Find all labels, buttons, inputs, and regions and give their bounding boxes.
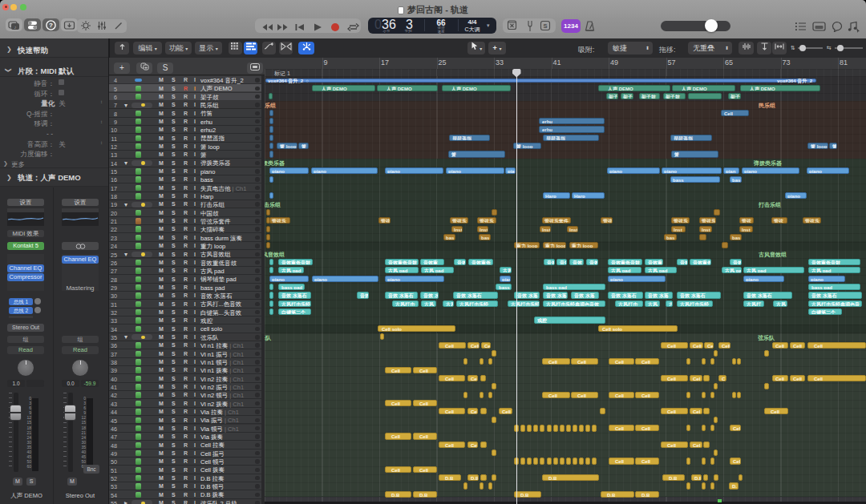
svg-text:S: S — [543, 22, 547, 30]
svg-text:♪: ♪ — [14, 25, 17, 30]
svg-text:?: ? — [49, 22, 53, 29]
